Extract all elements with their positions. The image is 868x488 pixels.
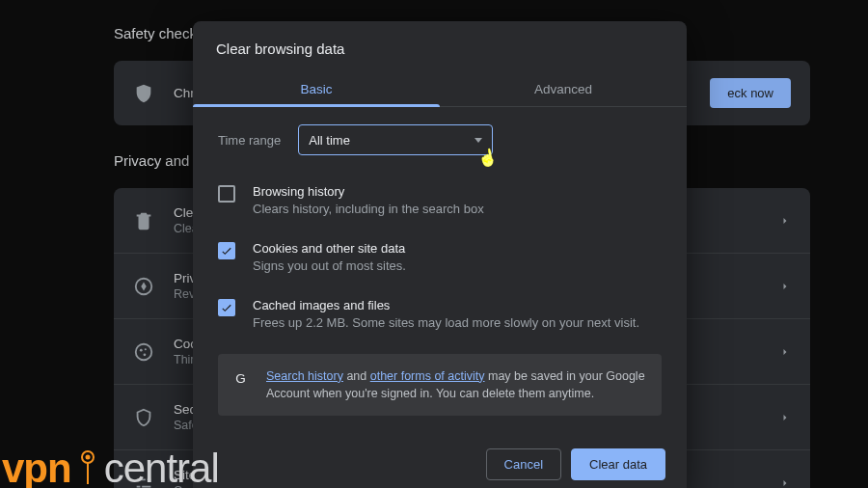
svg-point-2: [140, 348, 143, 351]
svg-point-1: [136, 343, 152, 360]
trash-icon: [133, 210, 154, 231]
checkbox-cookies[interactable]: [218, 242, 235, 259]
dialog-tabs: Basic Advanced: [193, 70, 687, 107]
cookie-icon: [133, 341, 154, 363]
checkbox-browsing-history[interactable]: [218, 185, 235, 203]
check-now-button[interactable]: eck now: [710, 78, 791, 108]
time-range-select[interactable]: All time: [298, 124, 493, 155]
compass-icon: [133, 276, 154, 297]
sliders-icon: [133, 473, 154, 489]
clear-data-button[interactable]: Clear data: [571, 448, 665, 480]
option-cached[interactable]: Cached images and files Frees up 2.2 MB.…: [218, 290, 662, 347]
mouse-cursor-icon: [476, 146, 500, 169]
shield-icon: [133, 83, 154, 104]
google-account-info: G Search history and other forms of acti…: [218, 354, 662, 416]
tab-advanced[interactable]: Advanced: [440, 70, 687, 106]
google-logo-icon: G: [233, 369, 251, 387]
chevron-right-icon: [779, 215, 791, 227]
time-range-label: Time range: [218, 133, 281, 148]
clear-browsing-data-dialog: Clear browsing data Basic Advanced Time …: [193, 21, 687, 488]
caret-down-icon: [475, 138, 482, 143]
option-browsing-history[interactable]: Browsing history Clears history, includi…: [218, 176, 662, 233]
svg-point-3: [145, 348, 147, 350]
time-range-value: All time: [309, 133, 350, 148]
chevron-right-icon: [779, 281, 791, 292]
svg-point-4: [144, 353, 147, 356]
tab-basic[interactable]: Basic: [193, 70, 440, 106]
chevron-right-icon: [779, 346, 791, 358]
other-activity-link[interactable]: other forms of activity: [370, 369, 485, 383]
cancel-button[interactable]: Cancel: [486, 448, 561, 480]
svg-text:G: G: [235, 370, 246, 385]
dialog-title: Clear browsing data: [216, 41, 664, 57]
info-text: Search history and other forms of activi…: [266, 367, 646, 402]
shield-outline-icon: [133, 407, 154, 428]
chevron-right-icon: [779, 412, 791, 423]
checkbox-cached[interactable]: [218, 299, 235, 316]
search-history-link[interactable]: Search history: [266, 369, 343, 383]
option-cookies[interactable]: Cookies and other site data Signs you ou…: [218, 233, 662, 290]
chevron-right-icon: [779, 477, 791, 489]
